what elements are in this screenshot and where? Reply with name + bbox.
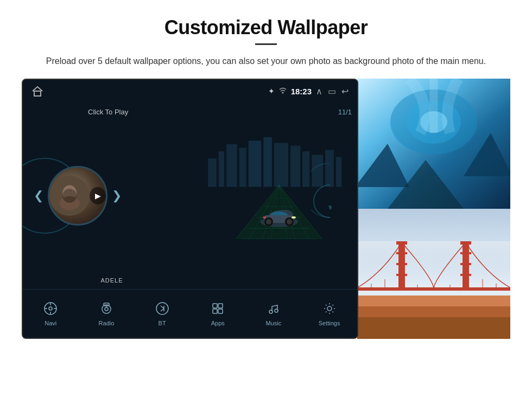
svg-rect-75 bbox=[396, 263, 407, 265]
page-container: Customized Wallpaper Preload over 5 defa… bbox=[0, 0, 532, 411]
nav-icons: ∧ ▭ ↩ bbox=[316, 86, 349, 97]
ice-cave-svg bbox=[357, 79, 510, 209]
bt-icon bbox=[155, 301, 169, 318]
title-divider bbox=[255, 43, 277, 45]
nav-item-navi[interactable]: Navi bbox=[29, 301, 72, 326]
svg-rect-70 bbox=[357, 317, 510, 339]
car-section: 11/1 bbox=[201, 102, 357, 289]
thumbnail-bridge[interactable] bbox=[357, 209, 510, 339]
bridge-svg bbox=[357, 209, 510, 339]
svg-rect-52 bbox=[213, 304, 217, 308]
settings-icon bbox=[322, 301, 337, 318]
svg-point-48 bbox=[105, 307, 108, 311]
svg-point-57 bbox=[275, 309, 278, 312]
content-area: ✦ 18:23 ∧ ▭ ↩ bbox=[22, 79, 510, 339]
svg-rect-76 bbox=[396, 274, 407, 276]
nav-item-radio[interactable]: Radio bbox=[85, 301, 128, 326]
navi-icon bbox=[43, 301, 58, 318]
svg-rect-0 bbox=[34, 91, 41, 96]
svg-point-1 bbox=[282, 92, 283, 93]
svg-rect-55 bbox=[218, 309, 223, 313]
music-section: Click To Play ❮ ▶ bbox=[23, 102, 201, 289]
svg-rect-39 bbox=[325, 150, 334, 187]
svg-rect-36 bbox=[290, 146, 300, 187]
apps-label: Apps bbox=[211, 320, 225, 326]
home-icon bbox=[31, 86, 43, 97]
svg-rect-72 bbox=[398, 241, 405, 290]
nav-item-bt[interactable]: BT bbox=[141, 301, 184, 326]
music-label: Music bbox=[266, 320, 282, 326]
nav-item-settings[interactable]: Settings bbox=[308, 301, 351, 326]
svg-point-5 bbox=[62, 189, 77, 203]
svg-rect-33 bbox=[249, 140, 262, 187]
album-art-svg bbox=[49, 174, 90, 217]
svg-rect-30 bbox=[219, 151, 224, 187]
svg-point-56 bbox=[269, 310, 273, 313]
svg-rect-54 bbox=[213, 309, 217, 313]
bluetooth-icon: ✦ bbox=[268, 87, 275, 95]
svg-rect-40 bbox=[336, 157, 341, 187]
status-right: ✦ 18:23 ∧ ▭ ↩ bbox=[268, 86, 349, 97]
svg-rect-80 bbox=[460, 263, 471, 265]
bt-label: BT bbox=[159, 320, 166, 326]
apps-icon bbox=[211, 301, 225, 318]
nav-up-icon[interactable]: ∧ bbox=[316, 86, 322, 97]
svg-rect-31 bbox=[226, 144, 237, 187]
device-mockup: ✦ 18:23 ∧ ▭ ↩ bbox=[22, 79, 358, 339]
city-skyline-svg bbox=[201, 102, 357, 214]
navi-label: Navi bbox=[45, 320, 56, 326]
svg-point-42 bbox=[49, 307, 52, 310]
svg-rect-35 bbox=[274, 143, 288, 187]
thumbnail-ice-cave[interactable] bbox=[357, 79, 510, 209]
svg-rect-34 bbox=[263, 137, 272, 187]
svg-rect-53 bbox=[218, 304, 223, 308]
svg-point-51 bbox=[156, 303, 168, 314]
svg-rect-77 bbox=[463, 241, 469, 290]
status-bar: ✦ 18:23 ∧ ▭ ↩ bbox=[23, 80, 357, 102]
nav-item-music[interactable]: Music bbox=[252, 301, 295, 326]
svg-point-26 bbox=[292, 216, 296, 219]
play-button[interactable]: ▶ bbox=[90, 187, 106, 204]
bottom-nav: Navi Radio bbox=[23, 289, 357, 338]
status-left bbox=[31, 86, 43, 97]
svg-rect-81 bbox=[460, 274, 471, 276]
svg-point-58 bbox=[327, 306, 332, 311]
radio-icon bbox=[99, 301, 113, 318]
wifi-icon bbox=[279, 87, 287, 95]
svg-rect-38 bbox=[312, 155, 323, 187]
nav-back-icon[interactable]: ↩ bbox=[341, 86, 349, 97]
page-title: Customized Wallpaper bbox=[164, 16, 368, 39]
next-arrow[interactable]: ❯ bbox=[112, 189, 122, 203]
svg-rect-37 bbox=[302, 151, 309, 187]
nav-item-apps[interactable]: Apps bbox=[196, 301, 239, 326]
device-main: Click To Play ❮ ▶ bbox=[23, 102, 357, 289]
settings-label: Settings bbox=[319, 320, 340, 326]
svg-rect-74 bbox=[396, 252, 407, 254]
music-icon bbox=[267, 301, 281, 318]
album-circle[interactable]: ▶ bbox=[48, 166, 107, 226]
nav-rect-icon[interactable]: ▭ bbox=[328, 86, 336, 97]
click-to-play-label: Click To Play bbox=[88, 108, 128, 116]
time-display: 18:23 bbox=[291, 87, 312, 96]
radio-label: Radio bbox=[99, 320, 115, 326]
album-label: ADELE bbox=[23, 277, 201, 284]
svg-rect-29 bbox=[208, 158, 217, 187]
title-section: Customized Wallpaper bbox=[164, 16, 368, 49]
svg-rect-79 bbox=[460, 252, 471, 254]
svg-point-25 bbox=[287, 219, 292, 224]
page-subtitle: Preload over 5 default wallpaper options… bbox=[46, 55, 486, 68]
svg-point-23 bbox=[266, 219, 271, 224]
svg-rect-32 bbox=[239, 148, 246, 187]
svg-point-27 bbox=[263, 216, 266, 219]
thumbnails-column bbox=[357, 79, 510, 339]
